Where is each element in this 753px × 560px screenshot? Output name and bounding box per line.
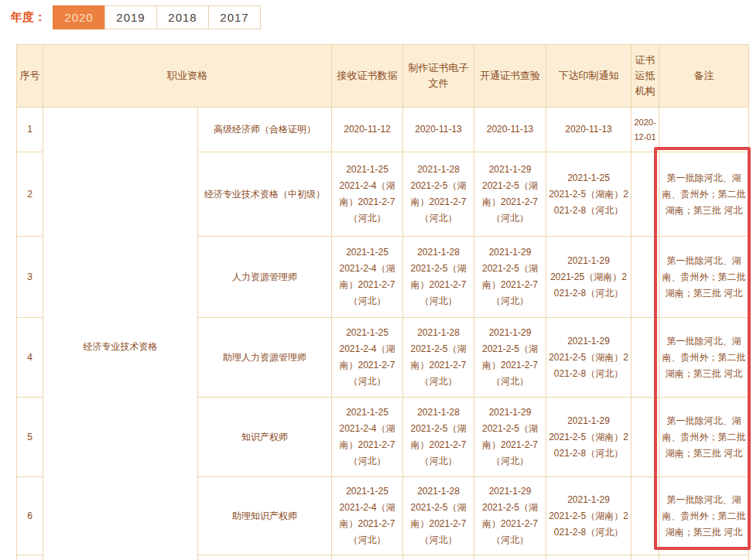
cell-qualification: 助理知识产权师 — [198, 477, 332, 555]
cell-qualification: 知识产权师 — [198, 398, 332, 477]
cell-empty — [631, 555, 659, 560]
cell-empty — [17, 555, 43, 560]
cell-qualification: 人力资源管理师 — [198, 237, 332, 318]
cell-no: 3 — [17, 237, 43, 318]
cell-receive: 2021-1-25 2021-2-4（湖南）2021-2-7（河北） — [332, 398, 403, 477]
cell-no: 6 — [17, 477, 43, 555]
col-header-notice: 下达印制通知 — [546, 45, 631, 108]
cell-verify: 2021-1-29 2021-2-5（湖南）2021-2-7（河北） — [474, 398, 546, 477]
table-row: 1 经济专业技术资格 高级经济师（合格证明） 2020-11-12 2020-1… — [17, 108, 749, 152]
year-filter-bar: 年度： 2020 2019 2018 2017 — [11, 5, 261, 29]
cell-receive: 2021-1-25 2021-2-4（湖南）2021-2-7（河北） — [332, 237, 403, 318]
year-tab-2017[interactable]: 2017 — [208, 5, 261, 29]
cell-no: 1 — [17, 108, 43, 152]
cell-remark — [659, 108, 749, 152]
cell-empty — [546, 555, 631, 560]
cell-verify: 2021-1-29 2021-2-5（湖南）2021-2-7（河北） — [474, 152, 546, 237]
cell-arrive — [631, 237, 659, 318]
cell-no: 5 — [17, 398, 43, 477]
cell-empty — [403, 555, 474, 560]
cell-verify: 2021-1-29 2021-2-5（湖南）2021-2-7（河北） — [474, 477, 546, 555]
col-header-remark: 备注 — [659, 45, 749, 108]
year-tab-2020[interactable]: 2020 — [53, 5, 105, 29]
cell-make: 2020-11-13 — [403, 108, 474, 152]
cell-qualification: 经济专业技术资格（中初级） — [198, 152, 332, 237]
cell-make: 2021-1-28 2021-2-5（湖南）2021-2-7（河北） — [403, 152, 474, 237]
table-header-row: 序号 职业资格 接收证书数据 制作证书电子文件 开通证书查验 下达印制通知 证书… — [17, 45, 749, 108]
cell-receive: 2021-1-25 2021-2-4（湖南）2021-2-7（河北） — [332, 152, 403, 237]
col-header-qualification: 职业资格 — [43, 45, 332, 108]
cell-make: 2021-1-28 2021-2-5（湖南）2021-2-7（河北） — [403, 477, 474, 555]
cell-category: 经济专业技术资格 — [43, 108, 198, 560]
cell-remark: 第一批除河北、湖南、贵州外；第二批 湖南；第三批 河北 — [659, 477, 749, 555]
cell-no: 4 — [17, 318, 43, 398]
cell-notice: 2021-1-29 2021-2-5（湖南）2021-2-8（河北） — [546, 318, 631, 398]
year-filter-label: 年度： — [11, 10, 46, 25]
cell-verify: 2021-1-29 2021-2-5（湖南）2021-2-7（河北） — [474, 237, 546, 318]
cell-empty — [659, 555, 749, 560]
cell-remark: 第一批除河北、湖南、贵州外；第二批 湖南；第三批 河北 — [659, 318, 749, 398]
cell-no: 2 — [17, 152, 43, 237]
cell-make: 2021-1-28 2021-2-5（湖南）2021-2-7（河北） — [403, 237, 474, 318]
cell-qualification: 助理人力资源管理师 — [198, 318, 332, 398]
cell-qualification: 高级经济师（合格证明） — [198, 108, 332, 152]
cell-remark: 第一批除河北、湖南、贵州外；第二批 湖南；第三批 河北 — [659, 398, 749, 477]
col-header-receive: 接收证书数据 — [332, 45, 403, 108]
cell-verify: 2021-1-29 2021-2-5（湖南）2021-2-7（河北） — [474, 318, 546, 398]
cell-make: 2021-1-28 2021-2-5（湖南）2021-2-7（河北） — [403, 318, 474, 398]
cell-arrive — [631, 398, 659, 477]
cell-remark: 第一批除河北、湖南、贵州外；第二批 湖南；第三批 河北 — [659, 237, 749, 318]
cell-receive: 2021-1-25 2021-2-4（湖南）2021-2-7（河北） — [332, 477, 403, 555]
cell-arrive — [631, 152, 659, 237]
year-tab-2018[interactable]: 2018 — [156, 5, 209, 29]
cell-receive: 2020-11-12 — [332, 108, 403, 152]
col-header-no: 序号 — [17, 45, 43, 108]
cell-arrive — [631, 318, 659, 398]
cell-receive: 2021-1-25 2021-2-4（湖南）2021-2-7（河北） — [332, 318, 403, 398]
cell-arrive: 2020-12-01 — [631, 108, 659, 152]
cell-remark: 第一批除河北、湖南、贵州外；第二批 湖南；第三批 河北 — [659, 152, 749, 237]
col-header-arrive: 证书运抵机构 — [631, 45, 659, 108]
year-tabs: 2020 2019 2018 2017 — [53, 5, 261, 29]
cell-empty — [474, 555, 546, 560]
cell-verify: 2020-11-13 — [474, 108, 546, 152]
cell-notice: 2021-1-25 2021-2-5（湖南）2021-2-8（河北） — [546, 152, 631, 237]
cell-notice: 2021-1-29 2021-2-5（湖南）2021-2-8（河北） — [546, 398, 631, 477]
cell-make: 2021-1-28 2021-2-5（湖南）2021-2-7（河北） — [403, 398, 474, 477]
cell-notice: 2021-1-29 2021-25（湖南）2021-2-8（河北） — [546, 237, 631, 318]
cell-notice: 2021-1-29 2021-2-5（湖南）2021-2-8（河北） — [546, 477, 631, 555]
cell-arrive — [631, 477, 659, 555]
cell-notice: 2020-11-13 — [546, 108, 631, 152]
cell-empty — [332, 555, 403, 560]
certificate-table: 序号 职业资格 接收证书数据 制作证书电子文件 开通证书查验 下达印制通知 证书… — [16, 44, 749, 560]
col-header-make: 制作证书电子文件 — [403, 45, 474, 108]
page: 年度： 2020 2019 2018 2017 序号 职业资格 接收证书数据 制… — [0, 0, 753, 560]
cell-empty — [198, 555, 332, 560]
year-tab-2019[interactable]: 2019 — [104, 5, 157, 29]
col-header-verify: 开通证书查验 — [474, 45, 546, 108]
